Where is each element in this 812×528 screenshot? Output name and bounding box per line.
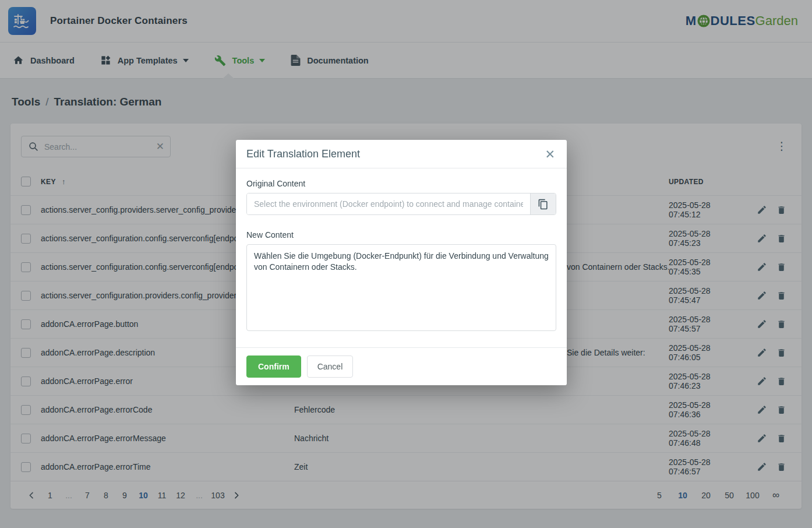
new-content-textarea[interactable]: Wählen Sie die Umgebung (Docker-Endpunkt… — [246, 244, 556, 331]
modal-body: Original Content New Content Wählen Sie … — [236, 168, 567, 347]
edit-translation-modal: Edit Translation Element ✕ Original Cont… — [236, 140, 567, 385]
modal-header: Edit Translation Element ✕ — [236, 140, 567, 168]
original-content-group — [246, 193, 556, 215]
copy-icon — [538, 199, 549, 210]
confirm-button[interactable]: Confirm — [246, 355, 301, 378]
copy-button[interactable] — [530, 193, 556, 214]
modal-footer: Confirm Cancel — [236, 347, 567, 385]
original-content-input[interactable] — [247, 193, 530, 214]
original-content-label: Original Content — [246, 179, 556, 188]
cancel-button[interactable]: Cancel — [307, 355, 354, 378]
modal-title: Edit Translation Element — [246, 148, 360, 160]
close-icon[interactable]: ✕ — [545, 148, 555, 160]
new-content-label: New Content — [246, 230, 556, 240]
